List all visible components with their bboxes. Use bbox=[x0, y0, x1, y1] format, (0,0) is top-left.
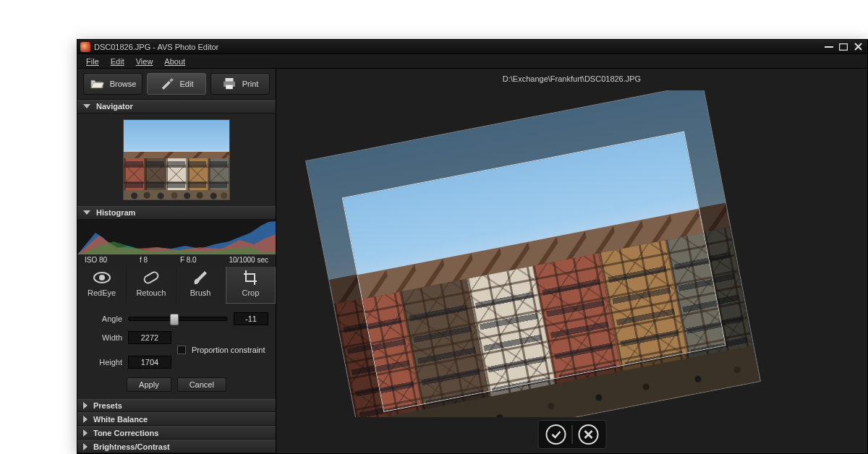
cancel-button[interactable]: Cancel bbox=[177, 377, 226, 392]
confirm-bar bbox=[537, 420, 606, 449]
minimize-button[interactable] bbox=[822, 42, 835, 52]
print-button[interactable]: Print bbox=[210, 73, 270, 95]
chevron-down-icon bbox=[83, 104, 90, 108]
section-navigator-head[interactable]: Navigator bbox=[77, 100, 276, 113]
edit-label: Edit bbox=[180, 80, 194, 88]
tool-crop-label: Crop bbox=[242, 288, 259, 297]
crop-controls: Angle -11 Width 2272 Proportion constrai… bbox=[77, 304, 276, 399]
chevron-right-icon bbox=[83, 416, 88, 423]
tool-retouch[interactable]: Retouch bbox=[127, 263, 176, 304]
angle-value[interactable]: -11 bbox=[234, 312, 268, 325]
tool-brush-label: Brush bbox=[190, 288, 211, 297]
check-circle-icon bbox=[550, 429, 561, 440]
filepath-readout: D:\Exchange\Frankfurt\DSC01826.JPG bbox=[276, 74, 867, 83]
slider-knob[interactable] bbox=[170, 314, 179, 325]
section-brightness-contrast-label: Brightness/Contrast bbox=[93, 442, 170, 451]
svg-rect-1 bbox=[840, 43, 848, 50]
hist-flong: F 8.0 bbox=[180, 256, 197, 264]
section-presets-head[interactable]: Presets bbox=[77, 399, 276, 413]
angle-label: Angle bbox=[85, 314, 122, 323]
minimize-icon bbox=[825, 46, 833, 48]
histogram-readout: ISO 80 f 8 F 8.0 10/1000 sec bbox=[77, 254, 276, 267]
x-circle-icon bbox=[583, 429, 593, 440]
width-label: Width bbox=[85, 333, 122, 342]
apply-button[interactable]: Apply bbox=[127, 377, 171, 392]
navigator-panel bbox=[77, 113, 276, 206]
paintbrush-icon bbox=[192, 270, 209, 286]
tool-retouch-label: Retouch bbox=[136, 288, 166, 297]
angle-slider[interactable] bbox=[128, 317, 228, 321]
print-label: Print bbox=[242, 80, 259, 88]
title-app: AVS Photo Editor bbox=[157, 43, 218, 51]
edit-button[interactable]: Edit bbox=[147, 73, 206, 95]
mode-toolbar: Browse Edit Print bbox=[77, 69, 276, 100]
window-title: DSC01826.JPG - AVS Photo Editor bbox=[94, 43, 822, 51]
proportion-label: Proportion constraint bbox=[192, 346, 265, 354]
hist-shutter: 10/1000 sec bbox=[229, 256, 269, 264]
menubar: File Edit View About bbox=[77, 54, 867, 69]
divider bbox=[571, 425, 572, 444]
app-window: DSC01826.JPG - AVS Photo Editor File Edi… bbox=[77, 39, 868, 454]
chevron-right-icon bbox=[83, 402, 88, 409]
chevron-down-icon bbox=[83, 210, 90, 215]
section-histogram-head[interactable]: Histogram bbox=[77, 206, 276, 220]
tool-crop[interactable]: Crop bbox=[226, 263, 276, 304]
bandage-icon bbox=[142, 270, 160, 286]
maximize-icon bbox=[839, 43, 848, 51]
svg-point-6 bbox=[99, 275, 105, 280]
browse-button[interactable]: Browse bbox=[83, 73, 142, 95]
browse-label: Browse bbox=[110, 80, 137, 88]
svg-rect-2 bbox=[225, 78, 233, 82]
histogram-panel: ISO 80 f 8 F 8.0 10/1000 sec bbox=[77, 220, 276, 263]
menu-edit[interactable]: Edit bbox=[106, 56, 129, 67]
reject-button[interactable] bbox=[578, 424, 598, 445]
folder-open-icon bbox=[90, 78, 104, 90]
titlebar: DSC01826.JPG - AVS Photo Editor bbox=[77, 40, 867, 54]
hist-fshort: f 8 bbox=[140, 256, 148, 264]
menu-view[interactable]: View bbox=[132, 56, 158, 67]
section-presets-label: Presets bbox=[93, 401, 122, 410]
width-field[interactable]: 2272 bbox=[128, 331, 171, 344]
section-brightness-contrast-head[interactable]: Brightness/Contrast bbox=[77, 440, 276, 453]
canvas: D:\Exchange\Frankfurt\DSC01826.JPG bbox=[276, 69, 867, 453]
height-field[interactable]: 1704 bbox=[128, 356, 171, 369]
brush-pen-icon bbox=[160, 78, 174, 90]
tool-row: RedEye Retouch Brush bbox=[77, 263, 276, 304]
accept-button[interactable] bbox=[545, 424, 566, 445]
histogram-graph bbox=[77, 220, 276, 254]
tool-redeye-label: RedEye bbox=[88, 288, 116, 297]
canvas-area[interactable] bbox=[276, 90, 867, 417]
section-tone-corrections-head[interactable]: Tone Corrections bbox=[77, 426, 276, 440]
menu-file[interactable]: File bbox=[82, 56, 103, 67]
svg-rect-4 bbox=[226, 85, 233, 90]
proportion-checkbox[interactable] bbox=[177, 346, 186, 354]
rotated-image-frame[interactable] bbox=[305, 90, 761, 417]
maximize-button[interactable] bbox=[837, 42, 850, 52]
section-white-balance-head[interactable]: White Balance bbox=[77, 412, 276, 426]
section-histogram-label: Histogram bbox=[96, 208, 135, 217]
tool-redeye[interactable]: RedEye bbox=[77, 263, 127, 304]
menu-about[interactable]: About bbox=[160, 56, 190, 67]
section-tone-corrections-label: Tone Corrections bbox=[93, 429, 158, 437]
chevron-right-icon bbox=[83, 429, 88, 437]
app-icon bbox=[80, 42, 90, 52]
svg-rect-7 bbox=[143, 270, 159, 284]
tool-brush[interactable]: Brush bbox=[176, 263, 226, 304]
close-icon bbox=[854, 43, 862, 51]
eye-icon bbox=[93, 270, 111, 286]
title-filename: DSC01826.JPG bbox=[94, 43, 150, 51]
section-white-balance-label: White Balance bbox=[93, 415, 148, 424]
hist-iso: ISO 80 bbox=[85, 256, 107, 264]
svg-rect-0 bbox=[825, 46, 833, 48]
chevron-right-icon bbox=[83, 443, 88, 450]
close-button[interactable] bbox=[851, 42, 864, 52]
section-navigator-label: Navigator bbox=[96, 102, 133, 111]
sidebar: Browse Edit Print bbox=[77, 69, 276, 453]
navigator-thumbnail[interactable] bbox=[123, 119, 230, 200]
printer-icon bbox=[222, 78, 237, 90]
crop-icon bbox=[242, 270, 259, 286]
height-label: Height bbox=[85, 358, 122, 367]
